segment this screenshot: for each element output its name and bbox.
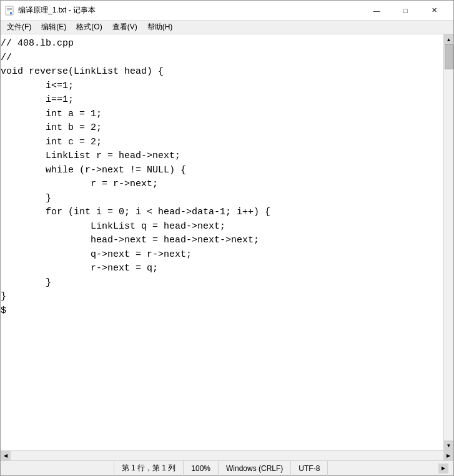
code-editor[interactable]: // 408.lb.cpp // void reverse(LinkList h… xyxy=(1,34,443,450)
scroll-down-button[interactable]: ▼ xyxy=(444,440,454,450)
menu-edit[interactable]: 编辑(E) xyxy=(36,21,71,34)
maximize-button[interactable]: □ xyxy=(391,1,420,21)
status-scroll-right[interactable]: ▶ xyxy=(438,464,448,474)
status-zoom: 100% xyxy=(184,461,219,476)
main-window: 编译原理_1.txt - 记事本 — □ ✕ 文件(F) 编辑(E) 格式(O)… xyxy=(0,0,454,476)
vertical-scrollbar[interactable]: ▲ ▼ xyxy=(443,34,453,450)
minimize-button[interactable]: — xyxy=(362,1,391,21)
title-bar-left: 编译原理_1.txt - 记事本 xyxy=(4,5,96,16)
svg-rect-4 xyxy=(10,12,12,14)
svg-rect-1 xyxy=(7,8,12,9)
title-bar: 编译原理_1.txt - 记事本 — □ ✕ xyxy=(1,1,453,21)
scroll-thumb[interactable] xyxy=(445,44,453,69)
menu-format[interactable]: 格式(O) xyxy=(71,21,107,34)
status-position: 第 1 行，第 1 列 xyxy=(114,461,184,476)
scroll-right-button[interactable]: ▶ xyxy=(443,451,453,461)
h-scroll-track[interactable] xyxy=(11,451,443,460)
app-icon xyxy=(4,6,14,16)
status-encoding: UTF-8 xyxy=(291,461,328,476)
menu-view[interactable]: 查看(V) xyxy=(107,21,142,34)
scroll-up-button[interactable]: ▲ xyxy=(444,34,454,44)
svg-rect-3 xyxy=(7,11,10,11)
menu-file[interactable]: 文件(F) xyxy=(2,21,36,34)
menu-help[interactable]: 帮助(H) xyxy=(142,21,178,34)
window-title: 编译原理_1.txt - 记事本 xyxy=(18,5,96,16)
status-bar: 第 1 行，第 1 列 100% Windows (CRLF) UTF-8 ▶ xyxy=(1,460,453,475)
close-button[interactable]: ✕ xyxy=(420,1,448,21)
scroll-track[interactable] xyxy=(444,44,453,440)
content-area: // 408.lb.cpp // void reverse(LinkList h… xyxy=(1,34,453,450)
menu-bar: 文件(F) 编辑(E) 格式(O) 查看(V) 帮助(H) xyxy=(1,21,453,34)
status-line-ending: Windows (CRLF) xyxy=(219,461,291,476)
status-bar-center: 第 1 行，第 1 列 100% Windows (CRLF) UTF-8 xyxy=(114,461,328,476)
svg-rect-2 xyxy=(7,9,12,10)
window-controls: — □ ✕ xyxy=(362,1,448,21)
horizontal-scrollbar[interactable]: ◀ ▶ xyxy=(1,450,453,460)
scroll-left-button[interactable]: ◀ xyxy=(1,451,11,461)
